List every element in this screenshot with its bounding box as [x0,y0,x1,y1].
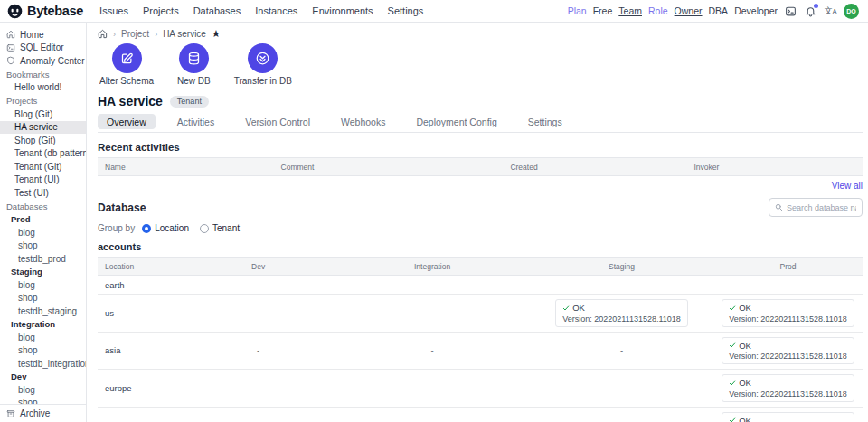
recent-activities-heading: Recent activities [98,142,863,153]
tenant-badge: Tenant [170,96,209,108]
db-status-cell: OKVersion: 20220211131528.11018 [713,407,863,422]
language-switch-icon[interactable]: 文A [824,5,837,18]
nav-instances[interactable]: Instances [255,5,297,16]
group-by-label: Group by [98,223,135,233]
check-icon [729,342,736,349]
sidebar-project-ha-service[interactable]: HA service [0,121,86,135]
tab-settings[interactable]: Settings [519,114,571,129]
nav-issues[interactable]: Issues [99,5,128,16]
sql-console-icon[interactable] [784,5,797,18]
alter-schema-button[interactable]: Alter Schema [99,43,154,86]
sidebar-project-tenant-db-pattern[interactable]: Tenant (db pattern) [0,147,86,161]
main-content: › Project › HA service ★ Alter SchemaNew… [87,23,868,422]
avatar[interactable]: DO [844,4,859,19]
sidebar-project-tenant-git[interactable]: Tenant (Git) [0,160,86,173]
db-status-cell: - [335,295,530,333]
top-right: Plan FreeTeam Role OwnerDBADeveloper 文A … [568,4,859,19]
env-group-prod: Prod [0,213,86,227]
page-title: HA service [98,94,163,108]
sidebar-db-staging-shop[interactable]: shop [0,292,86,305]
tab-overview[interactable]: Overview [98,114,156,129]
accounts-col-dev: Dev [182,258,335,276]
activities-col-comment: Comment [274,158,504,176]
home-icon[interactable] [98,29,108,39]
nav-environments[interactable]: Environments [312,5,373,16]
sidebar-db-staging-testdb-staging[interactable]: testdb_staging [0,305,86,318]
plan-chip-free[interactable]: Free [593,5,613,16]
accounts-col-prod: Prod [713,258,863,276]
database-search[interactable] [769,198,863,217]
db-ok-card[interactable]: OKVersion: 20220211131528.11018 [722,374,854,402]
nav-projects[interactable]: Projects [143,5,179,16]
sidebar-db-staging-blog[interactable]: blog [0,278,86,292]
version-text: Version: 20220211131528.11018 [729,389,847,399]
db-ok-card[interactable]: OKVersion: 20220211131528.11018 [722,299,854,327]
nav-settings[interactable]: Settings [388,5,424,16]
db-status-cell: - [335,276,530,295]
plan-label: Plan [568,5,587,16]
db-status-cell: - [182,407,335,422]
view-all-link[interactable]: View all [98,181,863,191]
ok-label: OK [739,416,751,422]
ok-label: OK [739,341,751,351]
breadcrumb-project[interactable]: Project [121,29,149,39]
notification-bell-icon[interactable] [804,5,817,18]
db-status-cell: - [182,370,335,408]
sidebar-db-integration-shop[interactable]: shop [0,344,86,358]
sidebar-item-archive[interactable]: Archive [0,404,86,422]
top-bar: Bytebase IssuesProjectsDatabasesInstance… [0,0,868,23]
db-ok-card[interactable]: OKVersion: 20220211131528.11018 [722,337,854,365]
sidebar-project-blog-git[interactable]: Blog (Git) [0,108,86,121]
database-section-header: Database [98,198,863,217]
sidebar-project-shop-git[interactable]: Shop (Git) [0,134,86,147]
accounts-table: LocationDevIntegrationStagingProd earth-… [98,257,863,422]
transfer-in-db-button[interactable]: Transfer in DB [234,43,292,86]
role-chip-dba[interactable]: DBA [709,5,729,16]
quick-action-label: New DB [177,76,211,86]
db-status-cell: - [182,295,335,333]
sidebar-project-tenant-ui[interactable]: Tenant (UI) [0,173,86,187]
version-text: Version: 20220211131528.11018 [729,314,847,324]
sidebar-item-anomaly-center[interactable]: Anomaly Center [0,54,86,68]
sidebar-project-test-ui[interactable]: Test (UI) [0,186,86,200]
db-status-cell: - [530,407,713,422]
sidebar-item-label: Anomaly Center [20,56,85,66]
group-by-tenant[interactable]: Tenant [200,223,240,233]
plan-chip-team[interactable]: Team [618,5,642,16]
breadcrumb-separator: › [113,30,116,39]
tab-version-control[interactable]: Version Control [236,114,319,129]
bookmark-star-icon[interactable]: ★ [212,29,221,39]
sidebar-item-home[interactable]: Home [0,28,86,42]
sidebar-db-prod-blog[interactable]: blog [0,226,86,239]
radio-label: Tenant [212,223,240,233]
group-by-location[interactable]: Location [142,223,189,233]
sidebar-db-dev-shop[interactable]: shop [0,397,86,405]
bytebase-logo[interactable]: Bytebase [7,4,83,19]
db-status-cell: - [713,276,863,295]
tab-activities[interactable]: Activities [168,114,223,129]
database-search-input[interactable] [787,203,856,212]
tab-deployment-config[interactable]: Deployment Config [407,114,505,129]
ok-label: OK [739,303,751,313]
db-ok-card[interactable]: OKVersion: 20220211131528.11018 [555,299,688,327]
sidebar-db-integration-blog[interactable]: blog [0,331,86,344]
nav-databases[interactable]: Databases [193,5,241,16]
sidebar-db-prod-testdb-prod[interactable]: testdb_prod [0,252,86,266]
logo-text: Bytebase [27,4,83,18]
role-chip-developer[interactable]: Developer [734,5,778,16]
sidebar-item-sql-editor[interactable]: SQL Editor [0,42,86,55]
role-chip-owner[interactable]: Owner [675,5,703,16]
sidebar-db-dev-blog[interactable]: blog [0,383,86,397]
group-by-row: Group by LocationTenant [98,223,863,233]
location-cell: us [98,295,182,333]
sidebar-item-label: Home [20,30,44,40]
activities-table: NameCommentCreatedInvoker [98,157,863,176]
new-db-button[interactable]: New DB [177,43,211,86]
sidebar-db-integration-testdb-integration[interactable]: testdb_integration [0,357,86,370]
db-ok-card[interactable]: OKVersion: 20220211131528.11018 [722,412,854,422]
location-cell: earth [98,276,182,295]
bookmark-item-hello-world[interactable]: Hello world! [0,81,86,95]
title-row: HA service Tenant [98,94,863,108]
sidebar-db-prod-shop[interactable]: shop [0,239,86,253]
tab-webhooks[interactable]: Webhooks [332,114,394,129]
